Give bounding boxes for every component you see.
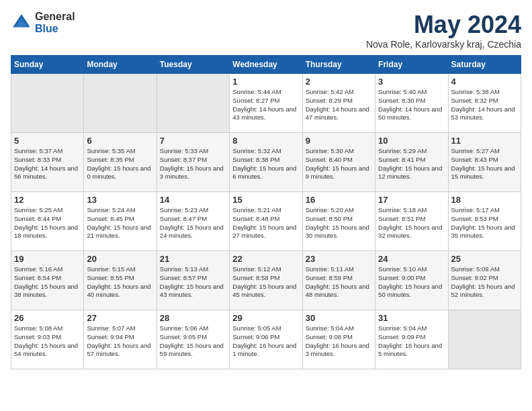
calendar-body: 1Sunrise: 5:44 AM Sunset: 8:27 PM Daylig…	[11, 74, 521, 369]
calendar-day-cell: 19Sunrise: 5:16 AM Sunset: 8:54 PM Dayli…	[11, 251, 84, 310]
day-info: Sunrise: 5:11 AM Sunset: 8:59 PM Dayligh…	[306, 265, 372, 300]
calendar-day-cell: 6Sunrise: 5:35 AM Sunset: 8:35 PM Daylig…	[84, 133, 157, 192]
calendar-day-cell: 7Sunrise: 5:33 AM Sunset: 8:37 PM Daylig…	[157, 133, 229, 192]
logo: General Blue	[11, 11, 75, 34]
day-number: 10	[378, 136, 445, 146]
day-number: 26	[14, 313, 81, 323]
day-info: Sunrise: 5:35 AM Sunset: 8:35 PM Dayligh…	[87, 147, 153, 181]
day-of-week-header: Wednesday	[230, 56, 302, 74]
calendar-day-cell: 20Sunrise: 5:15 AM Sunset: 8:55 PM Dayli…	[84, 251, 157, 310]
logo-text: General Blue	[35, 11, 75, 34]
calendar-week-row: 19Sunrise: 5:16 AM Sunset: 8:54 PM Dayli…	[11, 251, 521, 310]
day-info: Sunrise: 5:25 AM Sunset: 8:44 PM Dayligh…	[14, 206, 81, 240]
day-info: Sunrise: 5:30 AM Sunset: 8:40 PM Dayligh…	[306, 147, 372, 181]
day-info: Sunrise: 5:24 AM Sunset: 8:45 PM Dayligh…	[87, 206, 153, 240]
day-info: Sunrise: 5:44 AM Sunset: 8:27 PM Dayligh…	[232, 88, 299, 122]
day-number: 3	[378, 77, 445, 87]
day-info: Sunrise: 5:15 AM Sunset: 8:55 PM Dayligh…	[87, 265, 153, 300]
calendar-day-cell: 3Sunrise: 5:40 AM Sunset: 8:30 PM Daylig…	[375, 74, 448, 133]
day-of-week-header: Thursday	[302, 56, 375, 74]
location-subtitle: Nova Role, Karlovarsky kraj, Czechia	[366, 39, 521, 50]
calendar-day-cell: 13Sunrise: 5:24 AM Sunset: 8:45 PM Dayli…	[84, 192, 157, 251]
calendar-day-cell: 21Sunrise: 5:13 AM Sunset: 8:57 PM Dayli…	[157, 251, 229, 310]
day-number: 29	[232, 313, 299, 323]
day-number: 21	[160, 254, 226, 264]
day-info: Sunrise: 5:17 AM Sunset: 8:53 PM Dayligh…	[451, 206, 518, 240]
calendar-day-cell: 31Sunrise: 5:04 AM Sunset: 9:09 PM Dayli…	[375, 310, 448, 369]
day-info: Sunrise: 5:10 AM Sunset: 9:00 PM Dayligh…	[378, 265, 445, 300]
calendar-day-cell: 1Sunrise: 5:44 AM Sunset: 8:27 PM Daylig…	[230, 74, 302, 133]
day-info: Sunrise: 5:27 AM Sunset: 8:43 PM Dayligh…	[451, 147, 518, 181]
calendar-week-row: 12Sunrise: 5:25 AM Sunset: 8:44 PM Dayli…	[11, 192, 521, 251]
day-number: 24	[378, 254, 445, 264]
day-info: Sunrise: 5:13 AM Sunset: 8:57 PM Dayligh…	[160, 265, 226, 300]
day-number: 20	[87, 254, 153, 264]
calendar-day-cell: 23Sunrise: 5:11 AM Sunset: 8:59 PM Dayli…	[302, 251, 375, 310]
day-of-week-header: Saturday	[448, 56, 521, 74]
calendar-day-cell: 15Sunrise: 5:21 AM Sunset: 8:48 PM Dayli…	[230, 192, 302, 251]
calendar-week-row: 1Sunrise: 5:44 AM Sunset: 8:27 PM Daylig…	[11, 74, 521, 133]
day-number: 7	[160, 136, 226, 146]
day-info: Sunrise: 5:09 AM Sunset: 9:02 PM Dayligh…	[451, 265, 518, 300]
day-info: Sunrise: 5:21 AM Sunset: 8:48 PM Dayligh…	[232, 206, 299, 240]
day-number: 22	[232, 254, 299, 264]
day-info: Sunrise: 5:38 AM Sunset: 8:32 PM Dayligh…	[451, 88, 518, 122]
day-number: 4	[451, 77, 518, 87]
calendar-week-row: 5Sunrise: 5:37 AM Sunset: 8:33 PM Daylig…	[11, 133, 521, 192]
logo-blue-text: Blue	[35, 23, 75, 35]
calendar-day-cell: 29Sunrise: 5:05 AM Sunset: 9:06 PM Dayli…	[230, 310, 302, 369]
day-info: Sunrise: 5:06 AM Sunset: 9:05 PM Dayligh…	[160, 324, 226, 359]
day-info: Sunrise: 5:07 AM Sunset: 9:04 PM Dayligh…	[87, 324, 153, 359]
day-info: Sunrise: 5:29 AM Sunset: 8:41 PM Dayligh…	[378, 147, 445, 181]
day-number: 5	[14, 136, 81, 146]
day-number: 30	[306, 313, 372, 323]
logo-icon	[11, 12, 32, 34]
calendar-day-cell	[84, 74, 157, 133]
day-info: Sunrise: 5:37 AM Sunset: 8:33 PM Dayligh…	[14, 147, 81, 181]
day-of-week-header: Sunday	[11, 56, 84, 74]
day-number: 11	[451, 136, 518, 146]
day-info: Sunrise: 5:40 AM Sunset: 8:30 PM Dayligh…	[378, 88, 445, 122]
calendar-table: SundayMondayTuesdayWednesdayThursdayFrid…	[11, 55, 521, 369]
day-number: 31	[378, 313, 445, 323]
day-number: 23	[306, 254, 372, 264]
month-title: May 2024	[366, 11, 521, 39]
calendar-header: SundayMondayTuesdayWednesdayThursdayFrid…	[11, 56, 521, 74]
calendar-day-cell: 28Sunrise: 5:06 AM Sunset: 9:05 PM Dayli…	[157, 310, 229, 369]
day-info: Sunrise: 5:12 AM Sunset: 8:58 PM Dayligh…	[232, 265, 299, 300]
day-number: 13	[87, 195, 153, 205]
calendar-day-cell: 10Sunrise: 5:29 AM Sunset: 8:41 PM Dayli…	[375, 133, 448, 192]
calendar-day-cell: 16Sunrise: 5:20 AM Sunset: 8:50 PM Dayli…	[302, 192, 375, 251]
day-info: Sunrise: 5:05 AM Sunset: 9:06 PM Dayligh…	[232, 324, 299, 359]
day-info: Sunrise: 5:23 AM Sunset: 8:47 PM Dayligh…	[160, 206, 226, 240]
calendar-day-cell	[11, 74, 84, 133]
calendar-day-cell: 12Sunrise: 5:25 AM Sunset: 8:44 PM Dayli…	[11, 192, 84, 251]
day-info: Sunrise: 5:20 AM Sunset: 8:50 PM Dayligh…	[306, 206, 372, 240]
day-number: 14	[160, 195, 226, 205]
day-number: 1	[232, 77, 299, 87]
calendar-day-cell: 22Sunrise: 5:12 AM Sunset: 8:58 PM Dayli…	[230, 251, 302, 310]
day-info: Sunrise: 5:04 AM Sunset: 9:09 PM Dayligh…	[378, 324, 445, 359]
calendar-day-cell: 30Sunrise: 5:04 AM Sunset: 9:08 PM Dayli…	[302, 310, 375, 369]
page-header: General Blue May 2024 Nova Role, Karlova…	[11, 11, 521, 50]
calendar-day-cell: 18Sunrise: 5:17 AM Sunset: 8:53 PM Dayli…	[448, 192, 521, 251]
calendar-day-cell: 17Sunrise: 5:18 AM Sunset: 8:51 PM Dayli…	[375, 192, 448, 251]
day-number: 16	[306, 195, 372, 205]
day-number: 25	[451, 254, 518, 264]
day-number: 17	[378, 195, 445, 205]
calendar-day-cell: 14Sunrise: 5:23 AM Sunset: 8:47 PM Dayli…	[157, 192, 229, 251]
day-number: 27	[87, 313, 153, 323]
calendar-day-cell: 26Sunrise: 5:08 AM Sunset: 9:03 PM Dayli…	[11, 310, 84, 369]
day-number: 6	[87, 136, 153, 146]
calendar-day-cell: 4Sunrise: 5:38 AM Sunset: 8:32 PM Daylig…	[448, 74, 521, 133]
day-number: 9	[306, 136, 372, 146]
day-info: Sunrise: 5:42 AM Sunset: 8:29 PM Dayligh…	[306, 88, 372, 122]
day-info: Sunrise: 5:33 AM Sunset: 8:37 PM Dayligh…	[160, 147, 226, 181]
day-info: Sunrise: 5:04 AM Sunset: 9:08 PM Dayligh…	[306, 324, 372, 359]
calendar-week-row: 26Sunrise: 5:08 AM Sunset: 9:03 PM Dayli…	[11, 310, 521, 369]
day-info: Sunrise: 5:08 AM Sunset: 9:03 PM Dayligh…	[14, 324, 81, 359]
day-number: 8	[232, 136, 299, 146]
day-of-week-header: Friday	[375, 56, 448, 74]
calendar-day-cell	[448, 310, 521, 369]
day-info: Sunrise: 5:18 AM Sunset: 8:51 PM Dayligh…	[378, 206, 445, 240]
